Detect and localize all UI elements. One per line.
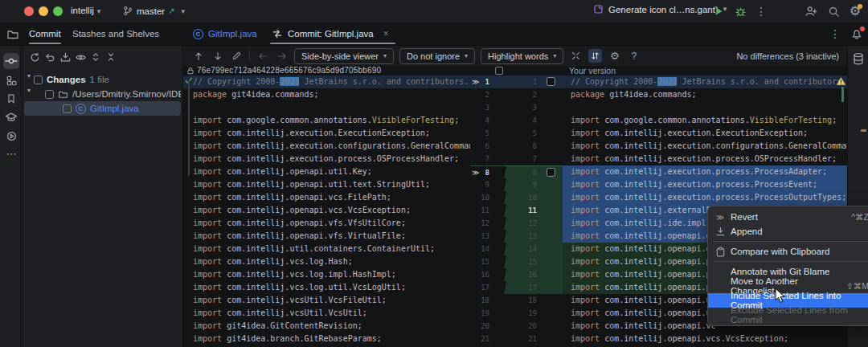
left-code-line[interactable]: import git4idea.branch.GitRebaseParams; (183, 333, 470, 345)
sync-scrolling-toggle[interactable] (588, 49, 602, 63)
sidebar-item-more[interactable]: ⋯ (3, 145, 19, 161)
right-code-line[interactable]: // Copyright 2000-2021 JetBrains s.r.o. … (563, 76, 847, 88)
editor-tab-commit-diff-label: Commit: GitImpl.java (288, 29, 374, 39)
right-code-line[interactable] (563, 101, 847, 114)
code-with-me-button[interactable] (804, 4, 818, 18)
back-button[interactable] (256, 49, 269, 63)
sidebar-item-database[interactable] (852, 52, 865, 66)
tree-node-file[interactable]: C GitImpl.java (24, 101, 181, 116)
left-code-line[interactable]: import com.intellij.vcs.log.Hash; (183, 255, 470, 268)
sidebar-item-bookmarks[interactable] (3, 91, 19, 107)
right-code-line[interactable]: import com.intellij.openapi.vcs.VcsExcep… (563, 333, 847, 345)
sidebar-item-structure[interactable] (3, 72, 19, 88)
left-code-line[interactable] (183, 101, 470, 114)
previous-change-button[interactable] (191, 49, 205, 63)
added-change-marker[interactable] (841, 87, 844, 102)
left-code-line[interactable]: import com.intellij.openapi.util.text.St… (183, 178, 470, 191)
collapse-unchanged-button[interactable] (569, 49, 583, 63)
run-configuration-selector[interactable]: Generate icon cl…ns.gant) ▾ (593, 4, 727, 14)
editor-tab-commit-diff[interactable]: Commit: GitImpl.java × (272, 22, 389, 45)
search-everywhere-button[interactable] (826, 4, 841, 18)
sidebar-item-commit[interactable] (3, 53, 19, 69)
collapse-all-button[interactable] (104, 50, 118, 64)
include-all-checkbox[interactable] (495, 67, 503, 75)
left-code-line[interactable]: import com.intellij.vcs.log.impl.HashImp… (183, 268, 470, 281)
debug-button[interactable] (733, 4, 747, 18)
warning-icon[interactable] (836, 76, 846, 86)
settings-button[interactable]: ⚙ (848, 4, 862, 18)
run-button[interactable] (711, 4, 726, 18)
right-code-line[interactable]: import com.intellij.execution.ExecutionE… (563, 127, 847, 140)
changes-checkbox[interactable] (34, 76, 43, 84)
rollback-button[interactable] (43, 50, 57, 64)
right-code-line[interactable]: import com.google.common.annotations.Vis… (563, 114, 847, 127)
right-code-line[interactable]: import com.intellij.execution.process.Pr… (563, 165, 847, 178)
left-code-line[interactable]: import com.intellij.execution.process.OS… (183, 153, 470, 165)
notifications-button[interactable] (850, 27, 864, 41)
tree-node-changelist[interactable]: ▾ /Users/Dmitriy.Smirnov/IDEA/in (24, 87, 181, 101)
right-code-line[interactable]: import com.intellij.execution.process.Pr… (563, 191, 847, 204)
tree-node-changes[interactable]: ▾ Changes 1 file (24, 72, 181, 87)
left-code-line[interactable]: import git4idea.GitContentRevision; (183, 320, 470, 333)
left-code-line[interactable]: import com.intellij.openapi.vcs.VcsExcep… (183, 204, 470, 217)
chunk-chevron-icon[interactable]: ≫ (472, 166, 479, 179)
left-code-line[interactable]: import com.intellij.vcsUtil.VcsFileUtil; (183, 294, 470, 307)
chunk-checkbox[interactable] (547, 77, 555, 86)
left-code-line[interactable]: import com.intellij.vcsUtil.VcsUtil; (183, 307, 470, 320)
right-code-line[interactable]: import com.intellij.execution.configurat… (563, 140, 847, 153)
chevron-down-icon: ▾ (26, 72, 32, 80)
highlight-mode-select[interactable]: Highlight words ▾ (481, 48, 563, 64)
diff-row: import com.intellij.execution.process.OS… (183, 153, 847, 165)
chunk-chevron-icon[interactable]: ≫ (472, 76, 479, 88)
shelve-button[interactable] (58, 50, 72, 64)
left-code-line[interactable]: package git4idea.commands; (183, 88, 470, 101)
next-change-button[interactable] (211, 49, 224, 63)
viewer-mode-select[interactable]: Side-by-side viewer ▾ (294, 48, 394, 64)
menu-item-append[interactable]: Append (708, 224, 868, 239)
more-actions-button[interactable]: ⋮ (754, 4, 768, 18)
zoom-button[interactable] (53, 6, 63, 16)
left-code-line[interactable]: import com.intellij.openapi.vfs.VirtualF… (183, 230, 470, 243)
sidebar-item-learn[interactable] (3, 109, 19, 125)
sidebar-item-services[interactable] (3, 128, 19, 144)
project-selector[interactable]: intellij▾ (71, 6, 100, 15)
right-code-line[interactable]: package git4idea.commands; (563, 88, 847, 101)
left-code-line[interactable]: import com.intellij.openapi.vfs.VfsUtilC… (183, 217, 470, 230)
menu-item-compare-with-clipboard[interactable]: Compare with Clipboard (708, 244, 868, 259)
left-code-line[interactable]: import com.google.common.annotations.Vis… (183, 114, 470, 127)
menu-item-revert[interactable]: ≫Revert^⌘Z (708, 210, 868, 224)
tab-stashes-and-shelves[interactable]: Stashes and Shelves (72, 22, 159, 45)
left-code-line[interactable]: import com.intellij.util.containers.Cont… (183, 243, 470, 255)
left-code-line[interactable]: import com.intellij.openapi.util.Key; (183, 165, 470, 178)
help-button[interactable]: ? (627, 49, 641, 63)
whitespace-select[interactable]: Do not ignore ▾ (399, 48, 475, 64)
editor-tab-gitimpl[interactable]: C GitImpl.java (193, 22, 257, 45)
file-checkbox[interactable] (63, 104, 72, 113)
show-diff-button[interactable] (73, 50, 88, 64)
left-code-line[interactable]: import com.intellij.vcs.log.util.VcsLogU… (183, 281, 470, 294)
minimize-button[interactable] (39, 6, 48, 16)
changelist-checkbox[interactable] (45, 90, 54, 99)
right-code-line[interactable]: import com.intellij.execution.process.Pr… (563, 178, 847, 191)
left-code-line[interactable]: // Copyright 2000-2023 JetBrains s.r.o. … (183, 76, 470, 88)
right-code-line[interactable]: import com.intellij.execution.process.OS… (563, 153, 847, 165)
expand-all-button[interactable] (88, 50, 103, 64)
left-code-line[interactable]: import com.intellij.execution.configurat… (183, 140, 470, 153)
diff-settings-button[interactable]: ⚙ (608, 49, 621, 63)
left-code-line[interactable]: import com.intellij.execution.ExecutionE… (183, 127, 470, 140)
tab-commit[interactable]: Commit (29, 22, 61, 45)
jump-to-source-button[interactable] (230, 49, 244, 63)
close-button[interactable] (24, 6, 34, 16)
changes-count: 1 file (90, 75, 109, 84)
left-code-line[interactable]: import com.intellij.openapi.vcs.FilePath… (183, 191, 470, 204)
editor-tabs-menu-button[interactable]: ⋮ (828, 27, 842, 41)
gutter-checkbox-cell (540, 76, 563, 88)
project-tool-window-button[interactable] (5, 27, 21, 43)
chunk-checkbox[interactable] (547, 168, 555, 177)
left-scrollbar[interactable] (188, 80, 190, 176)
branch-selector[interactable]: master ↗ ▾ (122, 5, 185, 17)
refresh-button[interactable] (27, 50, 42, 64)
branch-name: master (137, 6, 165, 16)
forward-button[interactable] (275, 49, 289, 63)
close-icon[interactable]: × (383, 28, 389, 39)
